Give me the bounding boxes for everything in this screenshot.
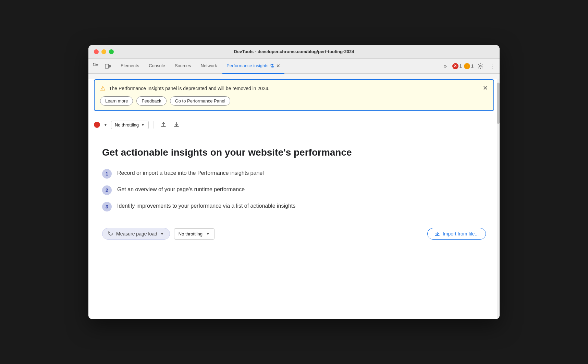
step-number-3: 3	[102, 202, 112, 211]
tab-performance-insights[interactable]: Performance insights ⚗ ✕	[222, 59, 284, 74]
banner-close-button[interactable]: ✕	[481, 84, 489, 92]
svg-rect-1	[105, 64, 109, 68]
step-text-3: Identify improvements to your performanc…	[117, 202, 295, 209]
device-icon[interactable]	[103, 61, 112, 71]
titlebar: DevTools - developer.chrome.com/blog/per…	[88, 45, 500, 59]
throttle-selector[interactable]: No throttling ▼	[111, 121, 149, 129]
tab-elements[interactable]: Elements	[117, 59, 143, 74]
step-number-1: 1	[102, 169, 112, 179]
step-number-2: 2	[102, 185, 112, 195]
error-badge: ✕ 1	[452, 63, 462, 69]
traffic-lights	[94, 49, 114, 54]
tab-network[interactable]: Network	[197, 59, 221, 74]
tab-bar: Elements Console Sources Network Perform…	[88, 59, 500, 74]
minimize-light[interactable]	[101, 49, 106, 54]
bottom-throttle-selector[interactable]: No throttling ▼	[174, 228, 215, 240]
learn-more-button[interactable]: Learn more	[100, 96, 133, 106]
measure-page-load-button[interactable]: Measure page load ▼	[102, 228, 170, 240]
measure-label: Measure page load	[116, 231, 157, 236]
more-tabs-button[interactable]: »	[441, 61, 450, 71]
toolbar-separator	[154, 121, 154, 129]
svg-rect-0	[93, 63, 96, 66]
tab-right-controls: » ✕ 1 ! 1 ⋮	[441, 61, 497, 71]
svg-rect-2	[109, 65, 110, 67]
flask-icon: ⚗	[270, 63, 274, 69]
inspect-icon[interactable]	[91, 61, 101, 71]
tab-console[interactable]: Console	[145, 59, 169, 74]
main-panel: Get actionable insights on your website'…	[88, 133, 500, 253]
banner-text: The Performance Insights panel is deprec…	[109, 86, 270, 91]
import-label: Import from file...	[443, 231, 479, 236]
error-count: ✕	[452, 63, 458, 69]
more-options-icon[interactable]: ⋮	[487, 61, 497, 71]
list-item: 1 Record or import a trace into the Perf…	[102, 169, 486, 179]
banner-buttons: Learn more Feedback Go to Performance Pa…	[100, 96, 488, 106]
throttle-dropdown-arrow: ▼	[141, 122, 145, 127]
step-text-1: Record or import a trace into the Perfor…	[117, 169, 264, 176]
record-dropdown-arrow[interactable]: ▼	[103, 122, 108, 127]
panel-content: ⚠ The Performance Insights panel is depr…	[88, 79, 500, 319]
steps-list: 1 Record or import a trace into the Perf…	[102, 169, 486, 211]
svg-point-3	[480, 65, 481, 67]
step-text-2: Get an overview of your page's runtime p…	[117, 185, 245, 193]
reload-icon	[108, 231, 113, 236]
devtools-icons	[91, 61, 112, 71]
bottom-actions: Measure page load ▼ No throttling ▼	[102, 228, 486, 240]
warn-count: !	[464, 63, 470, 69]
scrollbar-thumb[interactable]	[497, 83, 500, 124]
page-title: Get actionable insights on your website'…	[102, 147, 486, 158]
fullscreen-light[interactable]	[109, 49, 114, 54]
devtools-body: Elements Console Sources Network Perform…	[88, 59, 500, 319]
bottom-throttle-arrow: ▼	[206, 231, 210, 236]
tab-sources[interactable]: Sources	[171, 59, 195, 74]
record-button[interactable]	[94, 122, 100, 128]
list-item: 3 Identify improvements to your performa…	[102, 202, 486, 211]
download-icon[interactable]	[172, 120, 181, 130]
window-title: DevTools - developer.chrome.com/blog/per…	[234, 49, 354, 54]
devtools-window: DevTools - developer.chrome.com/blog/per…	[88, 45, 500, 319]
import-icon	[434, 231, 440, 236]
warn-badge: ! 1	[464, 63, 474, 69]
warning-icon: ⚠	[100, 85, 106, 92]
upload-icon[interactable]	[159, 120, 168, 130]
list-item: 2 Get an overview of your page's runtime…	[102, 185, 486, 195]
banner-message: ⚠ The Performance Insights panel is depr…	[100, 85, 488, 92]
settings-icon[interactable]	[476, 61, 485, 71]
toolbar: ▼ No throttling ▼	[88, 117, 500, 133]
import-from-file-button[interactable]: Import from file...	[427, 228, 486, 240]
close-tab-icon[interactable]: ✕	[276, 63, 280, 69]
bottom-throttle-label: No throttling	[179, 231, 203, 236]
panel-wrapper: ⚠ The Performance Insights panel is depr…	[88, 79, 500, 319]
feedback-button[interactable]: Feedback	[136, 96, 166, 106]
deprecation-banner: ⚠ The Performance Insights panel is depr…	[94, 79, 494, 111]
scrollbar[interactable]	[497, 79, 500, 319]
measure-dropdown-arrow[interactable]: ▼	[160, 231, 164, 236]
close-light[interactable]	[94, 49, 99, 54]
throttle-label: No throttling	[115, 122, 139, 128]
go-to-panel-button[interactable]: Go to Performance Panel	[170, 96, 231, 106]
